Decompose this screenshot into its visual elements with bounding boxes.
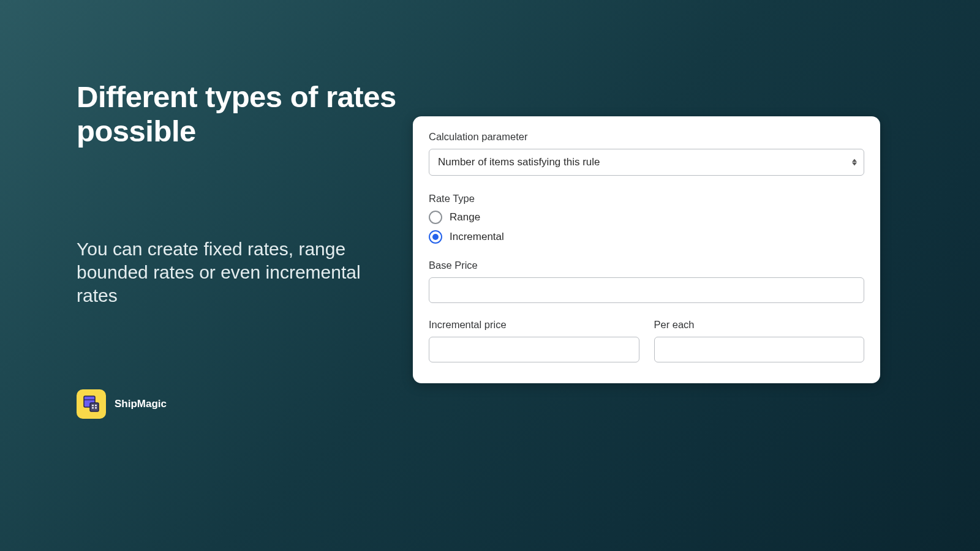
- rate-type-field: Rate Type Range Incremental: [429, 193, 864, 244]
- calculation-parameter-select[interactable]: Number of items satisfying this rule: [429, 149, 864, 176]
- per-each-field: Per each: [654, 319, 865, 362]
- rate-type-range-option[interactable]: Range: [429, 211, 864, 224]
- calculation-parameter-select-wrap: Number of items satisfying this rule: [429, 149, 864, 176]
- incremental-price-input[interactable]: [429, 337, 639, 362]
- rate-type-label: Rate Type: [429, 193, 864, 204]
- brand-block: ShipMagic: [77, 389, 167, 419]
- base-price-label: Base Price: [429, 260, 864, 271]
- svg-rect-3: [92, 405, 94, 407]
- svg-rect-5: [92, 407, 94, 409]
- headline: Different types of rates possible: [77, 80, 401, 149]
- rate-type-range-label: Range: [450, 211, 480, 223]
- calculation-parameter-label: Calculation parameter: [429, 131, 864, 143]
- rate-type-incremental-label: Incremental: [450, 231, 504, 243]
- incremental-price-label: Incremental price: [429, 319, 639, 331]
- rate-type-incremental-option[interactable]: Incremental: [429, 230, 864, 244]
- calculation-parameter-field: Calculation parameter Number of items sa…: [429, 131, 864, 176]
- calculation-parameter-selected-value: Number of items satisfying this rule: [438, 156, 600, 168]
- per-each-input[interactable]: [654, 337, 865, 362]
- incremental-row: Incremental price Per each: [429, 319, 864, 362]
- svg-rect-6: [95, 407, 97, 409]
- per-each-label: Per each: [654, 319, 865, 331]
- rate-settings-card: Calculation parameter Number of items sa…: [413, 116, 880, 383]
- brand-name: ShipMagic: [115, 398, 167, 410]
- svg-rect-4: [95, 405, 97, 407]
- base-price-input[interactable]: [429, 277, 864, 303]
- incremental-price-field: Incremental price: [429, 319, 639, 362]
- subtext: You can create fixed rates, range bounde…: [77, 238, 401, 308]
- svg-rect-2: [90, 403, 99, 411]
- base-price-field: Base Price: [429, 260, 864, 303]
- marketing-panel: Different types of rates possible You ca…: [77, 80, 401, 308]
- radio-selected-dot-icon: [432, 234, 439, 240]
- radio-icon: [429, 230, 442, 244]
- brand-logo-icon: [77, 389, 106, 419]
- radio-icon: [429, 211, 442, 224]
